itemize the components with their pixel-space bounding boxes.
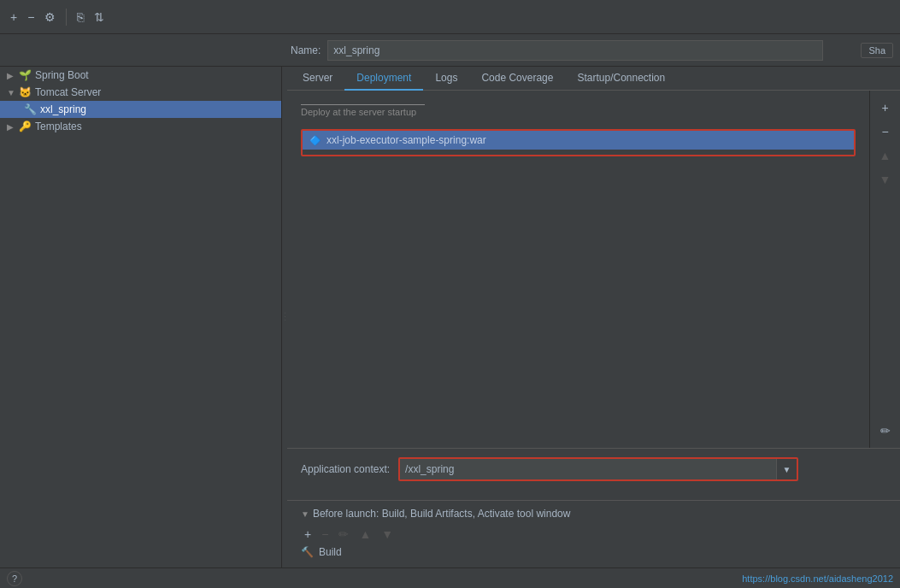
app-context-label: Application context: [301,463,390,475]
move-down-button[interactable]: ▼ [875,169,896,190]
edit-artifact-button[interactable]: ✏ [875,420,896,441]
artifact-list: 🔷 xxl-job-executor-sample-spring:war [301,129,856,156]
app-context-dropdown-button[interactable]: ▼ [776,459,797,479]
tab-logs[interactable]: Logs [423,67,469,91]
bl-edit-button[interactable]: ✏ [335,526,352,542]
build-item-row: 🔨 Build [301,544,886,561]
sidebar: ▶ 🌱 Spring Boot ▼ 🐱 Tomcat Server 🔧 xxl_… [0,67,282,567]
sort-button[interactable]: ⇅ [91,9,108,26]
before-launch-header[interactable]: ▼ Before launch: Build, Build Artifacts,… [301,508,886,520]
tabs-bar: Server Deployment Logs Code Coverage Sta… [287,67,900,91]
build-label: Build [319,546,342,558]
deployment-panel: Deploy at the server startup 🔷 xxl-job-e… [287,91,900,448]
add-artifact-button[interactable]: + [875,97,896,118]
add-config-button[interactable]: + [7,9,21,26]
tomcat-server-icon: 🐱 [19,86,32,98]
before-launch-section: ▼ Before launch: Build, Build Artifacts,… [287,500,900,567]
remove-artifact-button[interactable]: − [875,121,896,142]
before-launch-toolbar: + − ✏ ▲ ▼ [301,525,886,544]
build-icon: 🔨 [301,546,314,558]
application-context-section: Application context: ▼ [287,448,900,500]
help-button[interactable]: ? [7,571,22,586]
sidebar-item-templates[interactable]: ▶ 🔑 Templates [0,118,281,135]
name-input[interactable] [327,40,823,61]
remove-config-button[interactable]: − [24,9,38,26]
artifact-name: xxl-job-executor-sample-spring:war [326,134,486,146]
bl-remove-button[interactable]: − [318,526,332,542]
name-row: Name: Sha [0,34,900,67]
main-layout: ▶ 🌱 Spring Boot ▼ 🐱 Tomcat Server 🔧 xxl_… [0,67,900,567]
sidebar-templates-label: Templates [35,121,82,132]
sidebar-item-spring-boot[interactable]: ▶ 🌱 Spring Boot [0,67,281,84]
share-button[interactable]: Sha [861,43,893,58]
before-launch-label: Before launch: Build, Build Artifacts, A… [313,508,571,520]
deploy-at-startup-label: Deploy at the server startup [301,104,425,117]
tab-server[interactable]: Server [291,67,344,91]
toolbar: + − ⚙ ⎘ ⇅ [0,0,900,34]
side-buttons-panel: + − ▲ ▼ ✏ [869,91,900,448]
tab-startup-connection[interactable]: Startup/Connection [565,67,677,91]
tab-code-coverage[interactable]: Code Coverage [469,67,565,91]
status-bar: ? https://blog.csdn.net/aidasheng2012 [0,567,900,588]
sidebar-item-tomcat-server[interactable]: ▼ 🐱 Tomcat Server [0,84,281,101]
move-up-button[interactable]: ▲ [875,145,896,166]
templates-icon: 🔑 [19,121,32,132]
settings-button[interactable]: ⚙ [41,9,59,26]
expand-arrow-spring: ▶ [7,71,17,80]
bl-move-up-button[interactable]: ▲ [356,526,374,542]
sidebar-item-xxl-spring[interactable]: 🔧 xxl_spring [0,101,281,118]
xxl-spring-icon: 🔧 [24,103,37,115]
sidebar-tomcat-label: Tomcat Server [35,86,101,98]
expand-arrow-tomcat: ▼ [7,88,17,97]
bl-add-button[interactable]: + [301,526,315,542]
panel-content: Deploy at the server startup 🔷 xxl-job-e… [287,91,869,448]
csdn-url: https://blog.csdn.net/aidasheng2012 [742,573,893,584]
artifact-item-xxl-job[interactable]: 🔷 xxl-job-executor-sample-spring:war [303,131,854,150]
sidebar-xxl-spring-label: xxl_spring [40,103,86,115]
app-context-wrapper: ▼ [398,457,798,481]
status-bar-left: ? [7,571,22,586]
war-icon: 🔷 [309,135,321,146]
sidebar-spring-boot-label: Spring Boot [35,69,89,81]
content-area: Server Deployment Logs Code Coverage Sta… [287,67,900,567]
copy-button[interactable]: ⎘ [74,9,87,26]
app-context-input[interactable] [400,459,776,479]
name-label: Name: [291,44,321,56]
toolbar-separator [66,9,67,26]
app-context-row: Application context: ▼ [301,457,886,481]
bl-move-down-button[interactable]: ▼ [378,526,397,542]
spring-boot-icon: 🌱 [19,69,32,81]
before-launch-arrow: ▼ [301,509,309,519]
tab-deployment[interactable]: Deployment [344,67,423,91]
expand-arrow-templates: ▶ [7,122,17,132]
